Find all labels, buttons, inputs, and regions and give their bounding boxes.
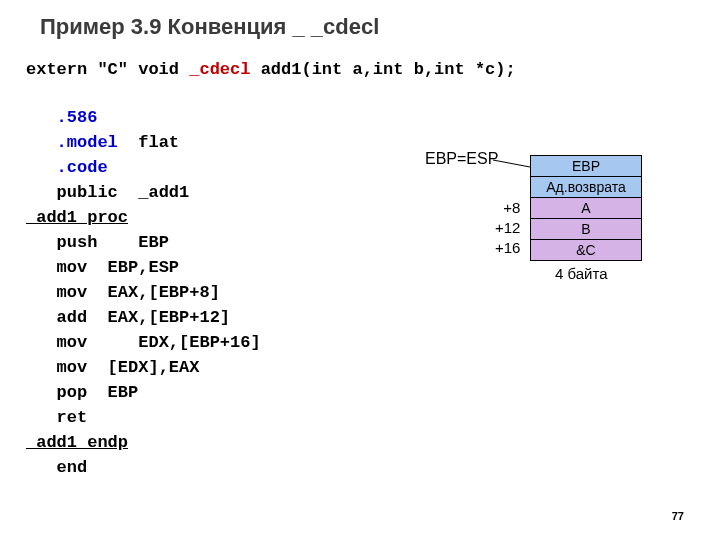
decl-p2: add1(int a,int b,int *c); <box>250 60 515 79</box>
dir-586: .586 <box>57 108 98 127</box>
stack-diagram: EBP Ад.возврата A B &C <box>530 155 642 261</box>
end-label: end <box>57 458 88 477</box>
proc-underlined: _add1 proc <box>26 208 128 227</box>
instr-pop: pop EBP <box>57 383 139 402</box>
instr-ret: ret <box>57 408 88 427</box>
decl-cdecl: _cdecl <box>189 60 250 79</box>
stack-offsets: +8 +12 +16 <box>495 198 520 258</box>
instr-push: push EBP <box>57 233 169 252</box>
decl-p1: extern "C" void <box>26 60 189 79</box>
extern-declaration: extern "C" void _cdecl add1(int a,int b,… <box>26 60 516 79</box>
cell-ebp: EBP <box>531 156 641 177</box>
offset-16: +16 <box>495 238 520 258</box>
offset-12: +12 <box>495 218 520 238</box>
ebp-esp-label: EBP=ESP <box>425 150 498 168</box>
instr-mov3: mov EDX,[EBP+16] <box>57 333 261 352</box>
cell-ret: Ад.возврата <box>531 177 641 198</box>
page-number: 77 <box>672 510 684 522</box>
instr-mov4: mov [EDX],EAX <box>57 358 200 377</box>
instr-add: add EAX,[EBP+12] <box>57 308 230 327</box>
slide-title: Пример 3.9 Конвенция _ _cdecl <box>40 14 379 40</box>
instr-mov1: mov EBP,ESP <box>57 258 179 277</box>
proc-label: _add1 proc <box>26 208 128 227</box>
cell-b: B <box>531 219 641 240</box>
pointer-line <box>493 160 530 167</box>
dir-code: .code <box>57 158 108 177</box>
endp-label: _add1 endp <box>26 433 128 452</box>
bytes-label: 4 байта <box>555 265 608 282</box>
cell-c: &C <box>531 240 641 260</box>
dir-model-arg: flat <box>118 133 179 152</box>
dir-model: .model <box>57 133 118 152</box>
offset-8: +8 <box>495 198 520 218</box>
asm-code: .586 .model flat .code public _add1 _add… <box>26 105 261 480</box>
cell-a: A <box>531 198 641 219</box>
instr-mov2: mov EAX,[EBP+8] <box>57 283 220 302</box>
public-decl: public _add1 <box>57 183 190 202</box>
